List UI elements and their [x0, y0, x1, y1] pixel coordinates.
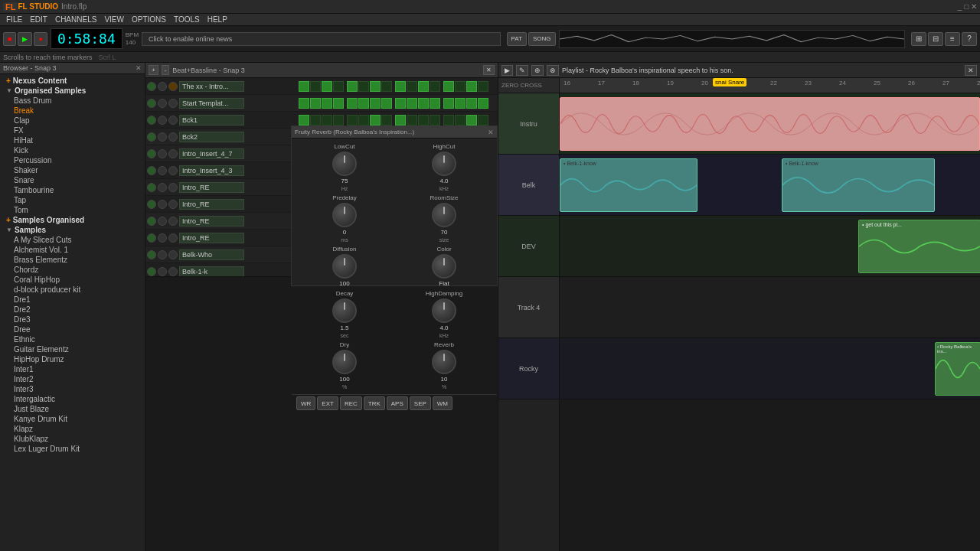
row-rec-1[interactable]: [168, 82, 178, 91]
row-mute-12[interactable]: [147, 267, 156, 276]
song-btn[interactable]: SONG: [528, 32, 556, 46]
step-label-10[interactable]: Intro_RE: [179, 233, 244, 243]
seq-close-btn[interactable]: ✕: [483, 65, 495, 75]
pad[interactable]: [333, 81, 344, 92]
track-label-rocky[interactable]: Rocky: [498, 338, 559, 399]
browser-item-tambourine[interactable]: Tambourine: [0, 185, 145, 195]
row-rec-6[interactable]: [168, 166, 178, 175]
browser-item-shaker[interactable]: Shaker: [0, 165, 145, 175]
window-controls[interactable]: _ □ ✕: [958, 2, 977, 11]
row-rec-8[interactable]: [168, 200, 178, 209]
track-block-rocky[interactable]: • Rocky Balboa's ins...: [935, 342, 980, 396]
browser-item-tap[interactable]: Tap: [0, 195, 145, 205]
step-label-9[interactable]: Intro_RE: [179, 216, 244, 227]
row-solo-10[interactable]: [158, 233, 167, 243]
browser-item-kanye[interactable]: Kanye Drum Kit: [0, 414, 145, 424]
news-bar[interactable]: Click to enable online news: [142, 32, 501, 46]
row-solo-12[interactable]: [158, 267, 167, 276]
pad[interactable]: [358, 81, 369, 92]
playlist-toolbar-1[interactable]: ▶: [501, 65, 513, 76]
pad[interactable]: [381, 115, 392, 126]
browser-item-dre3[interactable]: Dre3: [0, 315, 145, 324]
browser-item-brass[interactable]: Brass Elementz: [0, 255, 145, 265]
pad[interactable]: [430, 115, 440, 126]
row-solo-7[interactable]: [158, 183, 167, 192]
row-mute-6[interactable]: [147, 166, 156, 175]
pad[interactable]: [322, 115, 332, 126]
pad[interactable]: [370, 115, 381, 126]
row-solo-3[interactable]: [158, 116, 167, 125]
step-label-6[interactable]: Intro_Insert_4_3: [179, 165, 244, 176]
row-solo-5[interactable]: [158, 149, 167, 158]
pad[interactable]: [358, 98, 369, 109]
pad[interactable]: [381, 81, 392, 92]
row-solo-1[interactable]: [158, 82, 167, 91]
pad[interactable]: [333, 98, 344, 109]
browser-item-snare[interactable]: Snare: [0, 175, 145, 185]
browser-item-dre2[interactable]: Dre2: [0, 305, 145, 315]
browser-item-mysliced[interactable]: A My Sliced Cuts: [0, 235, 145, 245]
pad[interactable]: [466, 115, 477, 126]
pad[interactable]: [418, 115, 429, 126]
pad[interactable]: [418, 98, 429, 109]
pad[interactable]: [455, 81, 466, 92]
fx-highdamping-knob[interactable]: [432, 298, 456, 323]
stop-button[interactable]: ■: [3, 32, 16, 46]
row-solo-11[interactable]: [158, 250, 167, 259]
playlist-close-btn[interactable]: ✕: [965, 65, 977, 76]
fx-decay-knob[interactable]: [332, 298, 357, 323]
browser-item-dblock[interactable]: d-block producer kit: [0, 285, 145, 295]
toolbar-btn-4[interactable]: ?: [962, 32, 977, 46]
row-rec-5[interactable]: [168, 149, 178, 158]
step-label-3[interactable]: Bck1: [179, 115, 244, 126]
pad[interactable]: [310, 98, 321, 109]
row-mute-8[interactable]: [147, 200, 156, 209]
pad[interactable]: [333, 115, 344, 126]
row-rec-11[interactable]: [168, 250, 178, 259]
menu-file[interactable]: FILE: [3, 15, 25, 24]
row-mute-2[interactable]: [147, 99, 156, 108]
browser-item-samplesorg[interactable]: + Samples Organised: [0, 215, 145, 225]
pad[interactable]: [395, 115, 406, 126]
fx-reverb-knob[interactable]: [432, 350, 456, 374]
fx-btn-3[interactable]: REC: [340, 396, 362, 410]
fx-color-knob[interactable]: [432, 254, 456, 279]
row-mute-10[interactable]: [147, 233, 156, 243]
pad[interactable]: [299, 115, 309, 126]
row-mute-3[interactable]: [147, 116, 156, 125]
track-label-dev[interactable]: DEV: [498, 216, 559, 277]
pad[interactable]: [358, 115, 369, 126]
row-mute-7[interactable]: [147, 183, 156, 192]
effects-close-btn[interactable]: ✕: [488, 129, 494, 136]
row-mute-4[interactable]: [147, 132, 156, 142]
pad[interactable]: [478, 81, 488, 92]
row-solo-4[interactable]: [158, 132, 167, 142]
fx-btn-1[interactable]: WR: [296, 396, 315, 410]
browser-item-inter2[interactable]: Inter2: [0, 374, 145, 384]
pad[interactable]: [299, 98, 309, 109]
pad[interactable]: [310, 81, 321, 92]
browser-item-intergalactic[interactable]: Intergalactic: [0, 394, 145, 404]
track-block-dev[interactable]: • get out this pl...: [858, 220, 980, 273]
pad[interactable]: [347, 98, 358, 109]
menu-view[interactable]: VIEW: [101, 15, 127, 24]
browser-item-nexus[interactable]: + Nexus Content: [0, 76, 145, 86]
browser-item-inter3[interactable]: Inter3: [0, 384, 145, 394]
pad[interactable]: [478, 98, 488, 109]
fx-lowcut-knob[interactable]: [332, 152, 357, 176]
step-label-4[interactable]: Bck2: [179, 132, 244, 142]
menu-help[interactable]: HELP: [204, 15, 230, 24]
browser-item-hihat[interactable]: HiHat: [0, 135, 145, 145]
row-rec-7[interactable]: [168, 183, 178, 192]
pad[interactable]: [418, 81, 429, 92]
pad[interactable]: [347, 115, 358, 126]
step-label-8[interactable]: Intro_RE: [179, 199, 244, 210]
pad[interactable]: [407, 81, 417, 92]
pad[interactable]: [299, 81, 309, 92]
menu-options[interactable]: OPTIONS: [129, 15, 169, 24]
pad[interactable]: [478, 115, 488, 126]
fx-btn-6[interactable]: SEP: [410, 396, 431, 410]
snail-snare-marker[interactable]: snai Snare: [713, 78, 746, 86]
row-solo-8[interactable]: [158, 200, 167, 209]
browser-item-hiphop[interactable]: HipHop Drumz: [0, 354, 145, 364]
